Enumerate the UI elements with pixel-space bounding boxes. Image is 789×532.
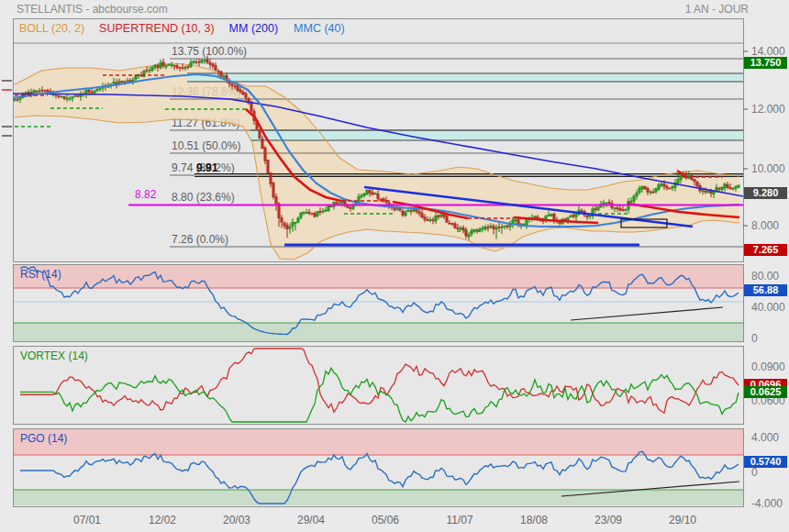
- legend-boll[interactable]: BOLL (20, 2): [19, 22, 84, 35]
- fib-level-label: 11.27 (61.8%): [172, 116, 240, 129]
- chart-underlay-labels: 13.75 (100.0%)12.36 (78.6%)11.27 (61.8%)…: [0, 0, 789, 532]
- indicator-legend: BOLL (20, 2) SUPERTREND (10, 3) MM (200)…: [14, 20, 345, 37]
- fib-level-label: 8.80 (23.6%): [172, 191, 235, 204]
- legend-mmc40[interactable]: MMC (40): [294, 22, 345, 35]
- fib-level-label: 12.36 (78.6%): [172, 85, 240, 98]
- drawn-level-label: 9.91: [196, 161, 217, 174]
- fib-level-label: 7.26 (0.0%): [172, 233, 228, 246]
- rsi-panel-title: RSI (14): [20, 268, 61, 281]
- fib-level-label: 13.75 (100.0%): [172, 45, 247, 58]
- legend-mm200[interactable]: MM (200): [229, 22, 278, 35]
- vortex-panel-title: VORTEX (14): [20, 349, 88, 362]
- fib-level-label: 10.51 (50.0%): [172, 139, 240, 152]
- alert-level-label: 8.82: [135, 188, 156, 201]
- legend-supertrend[interactable]: SUPERTREND (10, 3): [99, 22, 215, 35]
- pgo-panel-title: PGO (14): [20, 432, 67, 445]
